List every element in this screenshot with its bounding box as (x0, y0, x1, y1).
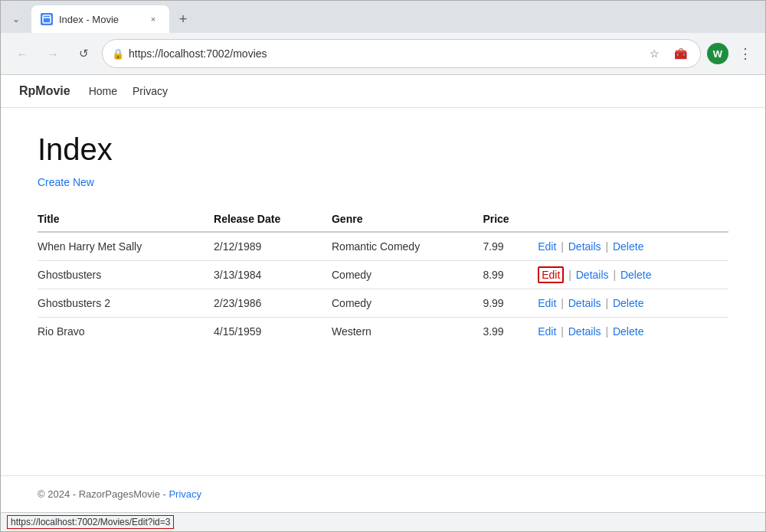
site-nav-links: Home Privacy (89, 85, 168, 97)
nav-privacy-link[interactable]: Privacy (133, 85, 168, 97)
browser-toolbar: ← → ↺ 🔒 https://localhost:7002/movies ☆ … (1, 33, 765, 75)
tab-favicon (41, 13, 53, 25)
forward-button[interactable]: → (41, 41, 65, 66)
col-actions (538, 207, 728, 232)
nav-home-link[interactable]: Home (89, 85, 117, 97)
cell-release-date: 4/15/1959 (214, 318, 332, 346)
table-row: When Harry Met Sally 2/12/1989 Romantic … (38, 232, 728, 261)
sep1: | (561, 240, 564, 253)
cell-title: Rio Bravo (38, 318, 214, 346)
cell-genre: Comedy (332, 289, 483, 318)
cell-release-date: 3/13/1984 (214, 261, 332, 289)
sep2: | (605, 240, 608, 253)
footer-copyright: © 2024 - RazorPagesMovie - (38, 488, 169, 500)
main-content: Index Create New Title Release Date Genr… (1, 108, 765, 475)
sep2: | (605, 325, 608, 338)
col-title: Title (38, 207, 214, 232)
sep1: | (561, 325, 564, 338)
tab-dropdown-btn[interactable]: ⌄ (7, 10, 25, 28)
extensions-icon[interactable]: 🧰 (669, 43, 691, 64)
delete-link[interactable]: Delete (620, 269, 651, 281)
address-bar[interactable]: 🔒 https://localhost:7002/movies ☆ 🧰 (102, 39, 701, 68)
details-link[interactable]: Details (576, 269, 609, 281)
edit-link[interactable]: Edit (538, 266, 564, 283)
page-title: Index (38, 132, 728, 167)
table-row: Rio Bravo 4/15/1959 Western 3.99 Edit | … (38, 318, 728, 346)
tab-close-button[interactable]: × (146, 12, 160, 26)
col-release-date: Release Date (214, 207, 332, 232)
delete-link[interactable]: Delete (613, 240, 643, 253)
svg-rect-0 (43, 15, 51, 23)
browser-window: ⌄ Index - Movie × + ← → ↺ 🔒 https://loca… (0, 0, 766, 532)
cell-price: 7.99 (483, 232, 538, 261)
cell-title: Ghostbusters (38, 261, 214, 289)
site-brand: RpMovie (19, 84, 70, 98)
url-text: https://localhost:7002/movies (129, 47, 639, 60)
table-body: When Harry Met Sally 2/12/1989 Romantic … (38, 232, 728, 345)
status-bar-url: https://localhost:7002/Movies/Edit?id=3 (7, 515, 174, 529)
new-tab-button[interactable]: + (172, 8, 194, 30)
delete-link[interactable]: Delete (613, 325, 643, 338)
cell-actions: Edit | Details | Delete (538, 318, 728, 346)
col-price: Price (483, 207, 538, 232)
sep1: | (561, 297, 564, 309)
details-link[interactable]: Details (568, 297, 601, 309)
page-content: RpMovie Home Privacy Index Create New Ti… (1, 75, 765, 512)
back-button[interactable]: ← (10, 41, 34, 66)
edit-link[interactable]: Edit (538, 325, 556, 338)
cell-title: When Harry Met Sally (38, 232, 214, 261)
profile-button[interactable]: W (707, 43, 728, 64)
status-bar: https://localhost:7002/Movies/Edit?id=3 (1, 512, 765, 531)
address-actions: ☆ 🧰 (643, 43, 691, 64)
table-header: Title Release Date Genre Price (38, 207, 728, 232)
menu-button[interactable]: ⋮ (735, 43, 756, 64)
bookmark-icon[interactable]: ☆ (643, 43, 665, 64)
cell-genre: Comedy (332, 261, 483, 289)
edit-link[interactable]: Edit (538, 240, 556, 253)
edit-link[interactable]: Edit (538, 297, 556, 309)
delete-link[interactable]: Delete (613, 297, 643, 309)
cell-genre: Romantic Comedy (332, 232, 483, 261)
footer-privacy-link[interactable]: Privacy (169, 488, 201, 500)
cell-price: 3.99 (483, 318, 538, 346)
cell-release-date: 2/23/1986 (214, 289, 332, 318)
sep1: | (568, 269, 571, 281)
cell-actions: Edit | Details | Delete (538, 232, 728, 261)
reload-button[interactable]: ↺ (71, 41, 96, 66)
cell-price: 9.99 (483, 289, 538, 318)
tab-controls: ⌄ (7, 10, 25, 28)
table-row: Ghostbusters 2 2/23/1986 Comedy 9.99 Edi… (38, 289, 728, 318)
active-tab[interactable]: Index - Movie × (31, 5, 169, 33)
sep2: | (613, 269, 616, 281)
create-new-link[interactable]: Create New (38, 176, 94, 188)
col-genre: Genre (332, 207, 483, 232)
tab-title: Index - Movie (59, 14, 140, 25)
cell-price: 8.99 (483, 261, 538, 289)
details-link[interactable]: Details (568, 325, 601, 338)
movies-table: Title Release Date Genre Price When Harr… (38, 207, 728, 345)
tab-bar: ⌄ Index - Movie × + (1, 1, 765, 33)
cell-genre: Western (332, 318, 483, 346)
security-icon: 🔒 (112, 48, 124, 60)
sep2: | (605, 297, 608, 309)
site-footer: © 2024 - RazorPagesMovie - Privacy (1, 475, 765, 512)
cell-release-date: 2/12/1989 (214, 232, 332, 261)
details-link[interactable]: Details (568, 240, 601, 253)
cell-actions: Edit | Details | Delete (538, 261, 728, 289)
table-row: Ghostbusters 3/13/1984 Comedy 8.99 Edit … (38, 261, 728, 289)
cell-title: Ghostbusters 2 (38, 289, 214, 318)
site-nav: RpMovie Home Privacy (1, 75, 765, 108)
cell-actions: Edit | Details | Delete (538, 289, 728, 318)
